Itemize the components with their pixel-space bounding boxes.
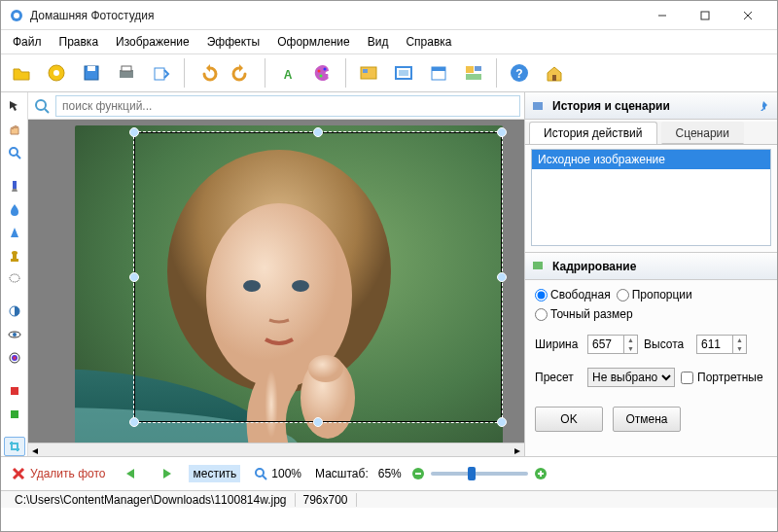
prev-button[interactable] [119, 465, 144, 482]
hand-tool[interactable] [4, 120, 25, 139]
preset-select[interactable]: Не выбрано [587, 368, 675, 387]
drop-tool[interactable] [4, 199, 25, 219]
search-icon [32, 96, 52, 116]
svg-rect-29 [552, 75, 556, 81]
zoom-in-icon[interactable] [534, 467, 548, 480]
svg-rect-56 [533, 262, 543, 269]
help-button[interactable]: ? [503, 56, 536, 89]
svg-rect-33 [11, 259, 18, 262]
maximize-button[interactable] [684, 2, 726, 29]
contrast-tool[interactable] [4, 301, 25, 321]
stamp-tool[interactable] [4, 246, 25, 266]
height-down[interactable]: ▼ [732, 344, 746, 353]
search-input[interactable] [55, 95, 520, 117]
crop-rectangle[interactable] [133, 131, 503, 423]
menu-design[interactable]: Оформление [269, 32, 357, 52]
crop-handle-nw[interactable] [129, 127, 139, 137]
palette-button[interactable] [306, 56, 339, 89]
cancel-button[interactable]: Отмена [613, 407, 681, 432]
crop-handle-ne[interactable] [497, 127, 507, 137]
undo-button[interactable] [191, 56, 224, 89]
eye-tool[interactable] [4, 325, 25, 344]
frames-button[interactable] [387, 56, 420, 89]
next-button[interactable] [154, 465, 179, 482]
menu-edit[interactable]: Правка [52, 32, 107, 52]
svg-point-15 [320, 75, 323, 78]
crop-panel-header: Кадрирование [525, 253, 777, 280]
tab-history[interactable]: История действий [529, 122, 657, 144]
zoom-out-icon[interactable] [411, 467, 425, 480]
collage-button[interactable] [457, 56, 490, 89]
crop-handle-sw[interactable] [129, 417, 139, 427]
svg-rect-24 [466, 66, 474, 73]
zoom-tool[interactable] [4, 143, 25, 162]
pin-icon[interactable] [758, 99, 771, 113]
print-button[interactable] [110, 56, 143, 89]
minimize-button[interactable] [641, 2, 684, 29]
width-down[interactable]: ▼ [623, 344, 637, 353]
status-size: 796x700 [296, 493, 357, 507]
status-bar: C:\Users\ContentManager\Downloads\110081… [1, 490, 777, 508]
radio-free[interactable]: Свободная [535, 288, 611, 301]
radio-proportions[interactable]: Пропорции [617, 288, 692, 301]
menu-image[interactable]: Изображение [108, 32, 197, 52]
zoom-100-button[interactable]: 100% [250, 465, 305, 482]
portrait-checkbox[interactable]: Портретные [681, 371, 763, 384]
zoom-slider[interactable] [431, 472, 528, 476]
green-square-tool[interactable] [4, 405, 25, 424]
crop-handle-s[interactable] [313, 417, 323, 427]
crop-tool[interactable] [4, 437, 25, 456]
redo-button[interactable] [226, 56, 259, 89]
tab-scenarios[interactable]: Сценарии [661, 122, 744, 144]
close-button[interactable] [726, 2, 769, 29]
svg-rect-12 [155, 68, 164, 80]
export-button[interactable] [145, 56, 178, 89]
svg-rect-55 [533, 102, 543, 110]
menu-help[interactable]: Справка [398, 32, 459, 52]
height-up[interactable]: ▲ [732, 336, 746, 344]
scroll-right-icon[interactable]: ▸ [511, 443, 524, 457]
height-input[interactable] [697, 336, 732, 353]
brush-tool[interactable] [4, 176, 25, 195]
menu-effects[interactable]: Эффекты [199, 32, 268, 52]
lasso-tool[interactable] [4, 269, 25, 289]
pointer-tool[interactable] [4, 96, 25, 116]
history-item[interactable]: Исходное изображение [532, 150, 770, 169]
home-button[interactable] [538, 56, 571, 89]
save-button[interactable] [75, 56, 108, 89]
menu-file[interactable]: Файл [5, 32, 50, 52]
delete-photo-button[interactable]: Удалить фото [7, 464, 109, 483]
crop-handle-se[interactable] [497, 417, 507, 427]
sharpen-tool[interactable] [4, 223, 25, 242]
open-button[interactable] [5, 56, 38, 89]
history-list[interactable]: Исходное изображение [531, 149, 771, 246]
ok-button[interactable]: OK [535, 407, 603, 432]
svg-point-1 [14, 13, 19, 18]
crop-handle-w[interactable] [129, 272, 139, 282]
horizontal-scrollbar[interactable]: ◂ ▸ [28, 443, 524, 456]
catalog-button[interactable] [352, 56, 385, 89]
svg-point-7 [53, 70, 59, 76]
main-toolbar: A ? [1, 53, 777, 92]
width-input[interactable] [588, 336, 623, 353]
svg-point-14 [318, 70, 321, 73]
width-up[interactable]: ▲ [623, 336, 637, 344]
calendar-button[interactable] [422, 56, 455, 89]
red-square-tool[interactable] [4, 381, 25, 401]
radio-exact[interactable]: Точный размер [535, 307, 633, 321]
svg-rect-22 [432, 67, 445, 71]
fit-button[interactable]: местить [189, 465, 240, 482]
svg-point-16 [324, 68, 327, 71]
canvas[interactable] [28, 120, 524, 443]
menu-view[interactable]: Вид [360, 32, 397, 52]
crop-handle-e[interactable] [497, 272, 507, 282]
svg-point-59 [256, 469, 264, 477]
recent-button[interactable] [40, 56, 73, 89]
color-wheel-tool[interactable] [4, 348, 25, 368]
scroll-left-icon[interactable]: ◂ [28, 443, 42, 457]
svg-rect-42 [11, 387, 18, 395]
svg-rect-26 [466, 74, 481, 80]
crop-handle-n[interactable] [313, 127, 323, 137]
text-tool-button[interactable]: A [271, 56, 304, 89]
zoom-slider-thumb[interactable] [468, 467, 476, 480]
